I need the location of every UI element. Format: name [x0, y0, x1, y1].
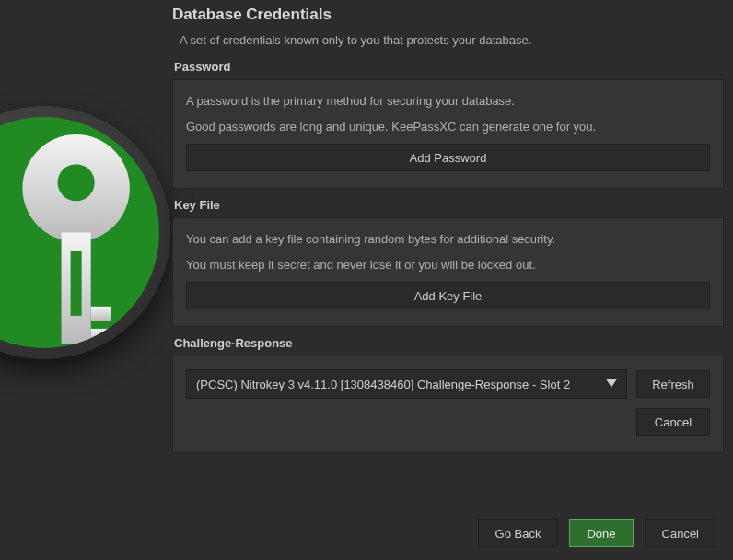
- dialog-footer: Go Back Done Cancel: [478, 519, 716, 547]
- password-text-1: A password is the primary method for sec…: [186, 93, 710, 110]
- page-subtitle: A set of credentials known only to you t…: [180, 33, 724, 47]
- password-panel: A password is the primary method for sec…: [172, 79, 724, 189]
- svg-rect-5: [91, 329, 119, 344]
- done-button[interactable]: Done: [569, 519, 633, 547]
- key-emblem: [0, 106, 170, 359]
- svg-rect-4: [91, 307, 111, 321]
- challenge-device-value: (PCSC) Nitrokey 3 v4.11.0 [1308438460] C…: [196, 378, 570, 391]
- svg-marker-6: [606, 379, 617, 388]
- keyfile-section-label: Key File: [174, 198, 724, 212]
- password-text-2: Good passwords are long and unique. KeeP…: [186, 119, 710, 135]
- challenge-cancel-button[interactable]: Cancel: [636, 408, 710, 436]
- challenge-section-label: Challenge-Response: [174, 336, 724, 350]
- keyfile-text-1: You can add a key file containing random…: [186, 231, 710, 248]
- add-password-button[interactable]: Add Password: [186, 144, 710, 171]
- refresh-button[interactable]: Refresh: [636, 370, 710, 398]
- chevron-down-icon: [606, 378, 617, 391]
- svg-point-1: [58, 164, 95, 201]
- challenge-panel: (PCSC) Nitrokey 3 v4.11.0 [1308438460] C…: [172, 356, 724, 453]
- keyfile-text-2: You must keep it secret and never lose i…: [186, 257, 710, 274]
- cancel-button[interactable]: Cancel: [645, 519, 716, 547]
- go-back-button[interactable]: Go Back: [478, 519, 559, 547]
- keyfile-panel: You can add a key file containing random…: [172, 217, 724, 327]
- password-section-label: Password: [174, 60, 724, 74]
- challenge-device-select[interactable]: (PCSC) Nitrokey 3 v4.11.0 [1308438460] C…: [186, 369, 627, 399]
- add-keyfile-button[interactable]: Add Key File: [186, 282, 710, 309]
- page-title: Database Credentials: [172, 6, 724, 24]
- svg-rect-3: [71, 251, 82, 316]
